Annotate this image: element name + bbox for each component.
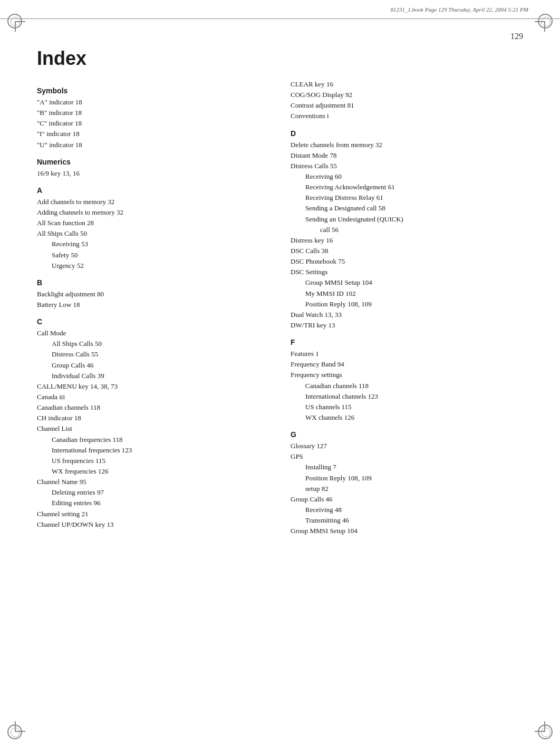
index-entry: "U" indicator 18 [37,140,269,150]
index-entry: Channel UP/DOWN key 13 [37,519,269,530]
index-entry: 16/9 key 13, 16 [37,168,269,179]
index-entry: call 56 [291,225,523,235]
index-entry: Channel List [37,423,269,434]
index-entry: Transmitting 46 [291,515,523,526]
index-entry: Editing entries 96 [37,498,269,508]
index-entry: Individual Calls 39 [37,371,269,381]
index-entry: Distress key 16 [291,235,523,246]
index-entry: Group MMSI Setup 104 [291,277,523,288]
index-entry: Delete channels from memory 32 [291,140,523,150]
index-entry: Frequency settings [291,370,523,380]
index-entry: Installing 7 [291,462,523,472]
content-area: 129 Index Symbols"A" indicator 18"B" ind… [37,32,523,716]
index-entry: International channels 123 [291,391,523,402]
index-entry: "A" indicator 18 [37,97,269,108]
index-columns: Symbols"A" indicator 18"B" indicator 18"… [37,79,523,536]
index-entry: Distant Mode 78 [291,150,523,161]
index-entry: Dual Watch 13, 33 [291,310,523,320]
index-entry: Call Mode [37,328,269,339]
section-heading: B [37,278,269,287]
index-entry: "I" indicator 18 [37,129,269,139]
left-column: Symbols"A" indicator 18"B" indicator 18"… [37,79,269,536]
index-entry: US channels 115 [291,402,523,412]
index-entry: Glossary 127 [291,441,523,451]
section-heading: D [291,129,523,138]
index-entry: Receiving Acknowledgement 61 [291,182,523,192]
index-entry: "C" indicator 18 [37,118,269,129]
page-container: 81231_1.book Page 129 Thursday, April 22… [0,0,560,753]
index-entry: CH indicator 18 [37,413,269,423]
index-entry: Battery Low 18 [37,300,269,310]
index-entry: US frequencies 115 [37,456,269,466]
index-entry: GPS [291,451,523,462]
index-entry: Canadian frequencies 118 [37,435,269,445]
index-entry: Distress Calls 55 [291,161,523,171]
index-entry: All Ships Calls 50 [37,228,269,239]
index-entry: Canadian channels 118 [291,381,523,391]
index-entry: Add channels to memory 32 [37,197,269,207]
section-heading: Numerics [37,158,269,166]
index-entry: Adding channels to memory 32 [37,207,269,218]
circle-mark-tr [538,14,553,28]
index-entry: Sending a Designated call 58 [291,203,523,214]
index-entry: Group MMSI Setup 104 [291,526,523,536]
index-entry: Receiving 53 [37,239,269,249]
index-entry: All Scan function 28 [37,218,269,228]
index-entry: Canadian channels 118 [37,402,269,413]
circle-mark-bl [7,725,22,739]
index-entry: DSC Phonebook 75 [291,256,523,267]
index-entry: Group Calls 46 [37,360,269,371]
index-entry: Frequency Band 94 [291,359,523,370]
index-entry: DSC Settings [291,267,523,277]
section-heading: A [37,186,269,195]
index-entry: Safety 50 [37,250,269,260]
index-entry: "B" indicator 18 [37,108,269,118]
page-number: 129 [510,32,523,41]
index-entry: Channel setting 21 [37,509,269,519]
index-entry: CALL/MENU key 14, 38, 73 [37,381,269,392]
circle-mark-br [538,725,553,739]
index-entry: WX frequencies 126 [37,466,269,477]
index-entry: Group Calls 46 [291,494,523,505]
index-entry: Receiving 48 [291,505,523,515]
index-entry: CLEAR key 16 [291,79,523,90]
index-entry: Conventions i [291,111,523,121]
index-entry: Receiving Distress Relay 61 [291,192,523,203]
section-heading: C [37,317,269,326]
index-entry: Canada iii [37,392,269,402]
index-entry: All Ships Calls 50 [37,339,269,349]
index-entry: My MMSI ID 102 [291,288,523,299]
index-entry: Sending an Undesignated (QUICK) [291,214,523,225]
index-entry: Backlight adjustment 80 [37,289,269,300]
index-entry: WX channels 126 [291,412,523,423]
index-entry: DSC Calls 38 [291,246,523,256]
index-entry: Contrast adjustment 81 [291,100,523,111]
index-entry: International frequencies 123 [37,445,269,456]
section-heading: Symbols [37,86,269,95]
page-header: 81231_1.book Page 129 Thursday, April 22… [0,0,560,19]
index-entry: setup 82 [291,484,523,494]
index-entry: Receiving 60 [291,171,523,182]
right-column: CLEAR key 16COG/SOG Display 92Contrast a… [291,79,523,536]
section-heading: G [291,430,523,439]
index-entry: Distress Calls 55 [37,349,269,360]
header-file-info: 81231_1.book Page 129 Thursday, April 22… [390,6,528,13]
circle-mark-tl [7,14,22,28]
index-entry: Deleting entries 97 [37,487,269,498]
index-entry: Position Reply 108, 109 [291,473,523,484]
section-heading: F [291,338,523,346]
index-entry: Channel Name 95 [37,477,269,487]
index-entry: Position Reply 108, 109 [291,299,523,310]
index-entry: Urgency 52 [37,260,269,271]
index-entry: DW/TRI key 13 [291,320,523,331]
index-entry: Features 1 [291,349,523,359]
page-title: Index [37,47,523,70]
index-entry: COG/SOG Display 92 [291,90,523,100]
